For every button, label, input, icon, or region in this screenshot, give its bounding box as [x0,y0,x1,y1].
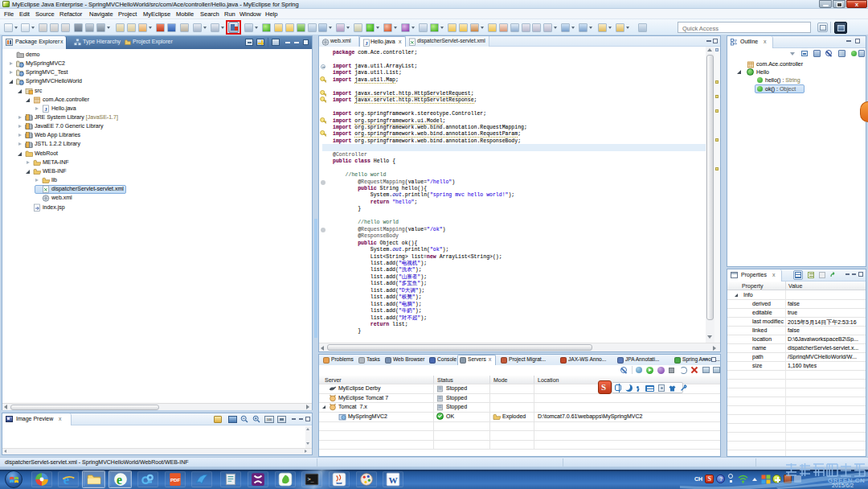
svg-text:PDF: PDF [170,477,181,483]
svg-text:J: J [365,40,368,47]
svg-text:e: e [117,473,122,487]
svg-text:e: e [63,472,70,487]
svg-text:>_: >_ [307,476,314,483]
svg-text:J: J [44,106,47,113]
svg-text:W: W [388,475,398,485]
